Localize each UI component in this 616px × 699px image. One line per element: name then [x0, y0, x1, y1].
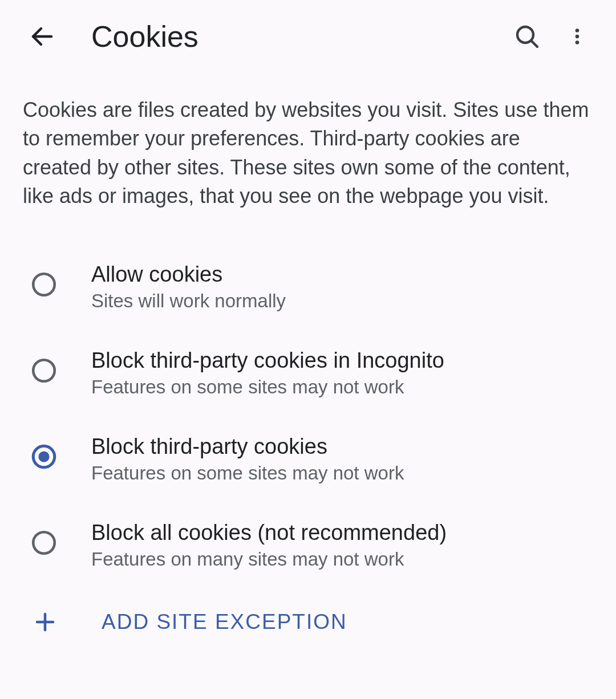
add-site-exception-button[interactable]: ADD SITE EXCEPTION [23, 590, 593, 645]
search-icon [513, 23, 541, 50]
option-block-third-party-incognito[interactable]: Block third-party cookies in Incognito F… [23, 331, 593, 417]
add-site-exception-label: ADD SITE EXCEPTION [102, 610, 347, 634]
option-allow-cookies[interactable]: Allow cookies Sites will work normally [23, 245, 593, 331]
option-description: Features on some sites may not work [91, 376, 593, 398]
option-block-all-cookies[interactable]: Block all cookies (not recommended) Feat… [23, 503, 593, 590]
svg-point-10 [33, 532, 55, 554]
page-title: Cookies [91, 19, 484, 54]
option-title: Block all cookies (not recommended) [91, 521, 593, 545]
cookies-description: Cookies are files created by websites yo… [0, 73, 616, 222]
svg-point-3 [576, 29, 579, 32]
radio-unselected-icon [30, 356, 58, 385]
arrow-left-icon [29, 23, 56, 50]
option-description: Features on many sites may not work [91, 548, 593, 570]
option-description: Features on some sites may not work [91, 462, 593, 484]
svg-point-4 [576, 35, 579, 39]
svg-point-9 [38, 451, 49, 462]
radio-button[interactable] [30, 442, 58, 471]
back-button[interactable] [24, 18, 60, 55]
option-title: Allow cookies [91, 262, 593, 287]
more-vert-icon [567, 23, 587, 50]
cookie-options-group: Allow cookies Sites will work normally B… [0, 222, 616, 645]
svg-line-2 [531, 40, 537, 47]
radio-button[interactable] [30, 529, 58, 557]
radio-unselected-icon [30, 529, 58, 557]
option-text: Block third-party cookies in Incognito F… [91, 348, 593, 398]
option-text: Allow cookies Sites will work normally [91, 262, 593, 312]
svg-point-6 [33, 274, 55, 295]
topbar-actions [509, 18, 595, 55]
top-app-bar: Cookies [0, 0, 616, 73]
svg-point-5 [576, 40, 579, 44]
option-description: Sites will work normally [91, 290, 593, 312]
more-button[interactable] [559, 18, 595, 55]
option-text: Block all cookies (not recommended) Feat… [91, 521, 593, 570]
radio-selected-icon [30, 442, 58, 471]
radio-button[interactable] [30, 356, 58, 385]
option-title: Block third-party cookies in Incognito [91, 348, 593, 373]
svg-point-7 [33, 360, 55, 381]
option-text: Block third-party cookies Features on so… [91, 434, 593, 484]
search-button[interactable] [509, 18, 545, 55]
plus-icon [33, 610, 57, 634]
radio-button[interactable] [30, 270, 58, 299]
option-title: Block third-party cookies [91, 434, 593, 459]
radio-unselected-icon [30, 270, 58, 299]
option-block-third-party[interactable]: Block third-party cookies Features on so… [23, 417, 593, 503]
